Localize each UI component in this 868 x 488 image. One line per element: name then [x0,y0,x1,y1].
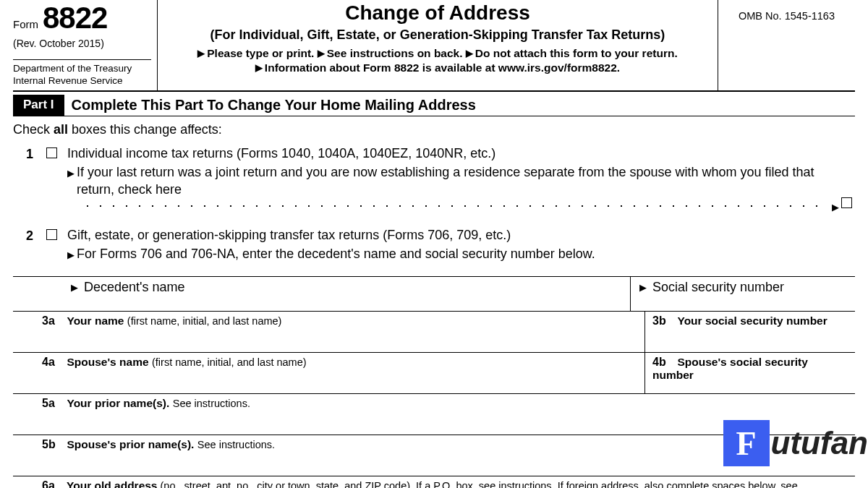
triangle-icon: ▶ [67,167,75,180]
triangle-icon: ▶ [318,48,325,59]
field-6a-num: 6a [42,479,64,488]
form-number: 8822 [43,3,107,33]
dept-line2: Internal Revenue Service [13,75,151,87]
triangle-icon: ▶ [832,201,839,214]
field-4a[interactable]: 4a Spouse's name (first name, initial, a… [13,353,645,393]
field-4b[interactable]: 4b Spouse's social security number [645,353,855,393]
item-2-subtext: For Forms 706 and 706-NA, enter the dece… [77,245,595,262]
form-title: Change of Address [345,1,530,25]
field-5b-hint: See instructions. [197,439,275,450]
header-left: Form 8822 (Rev. October 2015) Department… [13,0,158,90]
part-header: Part I Complete This Part To Change Your… [13,95,855,116]
field-4b-label: Spouse's social security number [652,356,808,381]
check-instruction: Check all boxes this change affects: [13,122,855,137]
field-3a-num: 3a [42,314,64,328]
row-4: 4a Spouse's name (first name, initial, a… [13,352,855,393]
field-3a-label: Your name [67,314,124,327]
item-2-number: 2 [26,226,46,244]
field-3a[interactable]: 3a Your name (first name, initial, and l… [13,312,645,352]
form-subtitle: (For Individual, Gift, Estate, or Genera… [210,27,665,43]
field-3b-num: 3b [652,314,674,328]
field-3a-hint: (first name, initial, and last name) [127,315,282,327]
triangle-icon: ▶ [466,48,473,59]
triangle-icon: ▶ [255,62,263,73]
field-4a-hint: (first name, initial, and last name) [152,356,307,368]
decedent-ssn-label: Social security number [652,280,784,294]
checkbox-item-2[interactable] [46,229,57,240]
watermark-logo: F utufan [723,420,868,466]
watermark-text: utufan [771,425,868,461]
item-2-label: Gift, estate, or generation-skipping tra… [67,226,852,244]
field-3b-label: Your social security number [677,314,827,327]
instructions-line2: ▶Information about Form 8822 is availabl… [255,61,620,74]
field-3b[interactable]: 3b Your social security number [645,312,855,352]
revision-date: (Rev. October 2015) [13,38,151,49]
dotted-leader [81,197,827,210]
field-6a-label: Your old address [67,479,157,488]
triangle-icon: ▶ [639,282,647,293]
form-header: Form 8822 (Rev. October 2015) Department… [13,0,855,92]
item-1-number: 1 [26,145,46,163]
part-title: Complete This Part To Change Your Home M… [64,95,483,116]
checkbox-item-1[interactable] [46,147,57,158]
field-5a-hint: See instructions. [173,398,250,409]
item-1: 1 Individual income tax returns (Forms 1… [26,145,855,213]
decedent-name-label: Decedent's name [84,280,185,294]
item-1-label: Individual income tax returns (Forms 104… [67,145,852,162]
field-5a-num: 5a [42,397,64,410]
dept-line1: Department of the Treasury [13,63,151,75]
omb-number: OMB No. 1545-1163 [739,10,835,22]
checkbox-separate-residence[interactable] [841,197,852,208]
field-5b-num: 5b [42,438,64,451]
decedent-ssn-cell[interactable]: ▶ Social security number [631,277,855,311]
instructions-line1: ▶Please type or print. ▶See instructions… [197,47,677,60]
header-center: Change of Address (For Individual, Gift,… [158,0,718,90]
row-3: 3a Your name (first name, initial, and l… [13,311,855,352]
field-5a-label: Your prior name(s). [67,397,169,409]
triangle-icon: ▶ [67,249,75,262]
field-4a-label: Spouse's name [67,356,148,368]
triangle-icon: ▶ [197,48,205,59]
field-4a-num: 4a [42,356,64,369]
item-1-subtext: If your last return was a joint return a… [77,163,852,199]
decedent-name-cell[interactable]: ▶ Decedent's name [13,277,631,311]
triangle-icon: ▶ [71,282,78,293]
item-2: 2 Gift, estate, or generation-skipping t… [26,226,855,263]
field-5b-label: Spouse's prior name(s). [67,438,194,450]
decedent-row: ▶ Decedent's name ▶ Social security numb… [13,276,855,311]
watermark-logo-box: F [723,420,770,466]
field-6a[interactable]: 6a Your old address (no., street, apt. n… [13,476,855,488]
form-word: Form [13,18,38,30]
omb-box: OMB No. 1545-1163 [718,0,855,90]
field-4b-num: 4b [652,356,674,369]
part-badge: Part I [13,95,64,116]
department: Department of the Treasury Internal Reve… [13,59,151,87]
